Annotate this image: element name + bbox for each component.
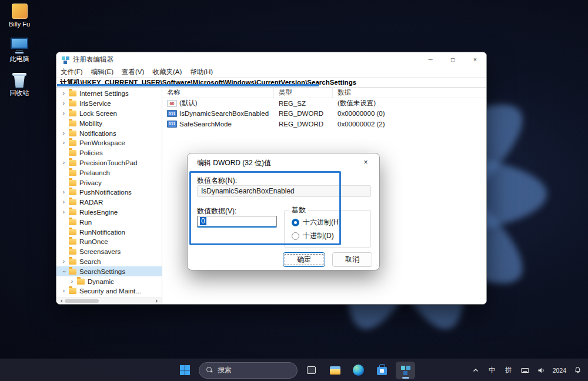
tree-item-rulesengine[interactable]: ›RulesEngine bbox=[56, 208, 162, 218]
dword-value-icon bbox=[167, 121, 177, 128]
chevron-right-icon[interactable]: › bbox=[60, 140, 68, 146]
tree-item-label: SearchSettings bbox=[79, 268, 125, 275]
address-path[interactable]: 计算机\HKEY_CURRENT_USER\Software\Microsoft… bbox=[56, 78, 356, 87]
menu-item-a[interactable]: 收藏夹(A) bbox=[148, 66, 186, 77]
tree-item-irisservice[interactable]: ›IrisService bbox=[56, 99, 162, 109]
desktop-icon-[interactable]: 回收站 bbox=[2, 72, 36, 97]
window-controls: ─ □ × bbox=[419, 52, 486, 66]
tree-item-label: Prelaunch bbox=[79, 169, 110, 176]
hex-radio-button[interactable] bbox=[292, 219, 299, 226]
tree-item-label: PushNotifications bbox=[79, 189, 132, 196]
tray-chevron-up-icon[interactable] bbox=[469, 362, 483, 379]
folder-icon bbox=[69, 249, 76, 255]
cancel-button[interactable]: 取消 bbox=[332, 252, 372, 267]
tree-item-internet-settings[interactable]: ›Internet Settings bbox=[56, 89, 162, 99]
menu-item-f[interactable]: 文件(F) bbox=[56, 66, 87, 77]
tree-item-notifications[interactable]: ›Notifications bbox=[56, 128, 162, 138]
menu-item-h[interactable]: 帮助(H) bbox=[186, 66, 217, 77]
start-button[interactable] bbox=[175, 362, 195, 379]
registry-value-row-isdynamicsearchboxenabled[interactable]: IsDynamicSearchBoxEnabledREG_DWORD0x0000… bbox=[162, 109, 486, 119]
scroll-right-arrow-icon[interactable] bbox=[156, 299, 159, 303]
folder-icon bbox=[69, 189, 76, 195]
address-bar[interactable]: 计算机\HKEY_CURRENT_USER\Software\Microsoft… bbox=[56, 77, 486, 88]
dialog-close-icon[interactable]: × bbox=[356, 156, 376, 169]
tree-item-runonce[interactable]: RunOnce bbox=[56, 237, 162, 247]
tree-item-screensavers[interactable]: Screensavers bbox=[56, 247, 162, 257]
chevron-down-icon[interactable]: › bbox=[61, 268, 67, 275]
chevron-right-icon[interactable]: › bbox=[60, 209, 68, 215]
folder-icon bbox=[69, 239, 76, 245]
tree-item-radar[interactable]: ›RADAR bbox=[56, 198, 162, 208]
tree-item-search[interactable]: ›Search bbox=[56, 257, 162, 267]
hex-radio-row[interactable]: 十六进制(H) bbox=[292, 218, 341, 228]
ime-language-button[interactable]: 中 bbox=[485, 362, 499, 379]
chevron-right-icon[interactable]: › bbox=[60, 259, 68, 265]
chevron-right-icon[interactable]: › bbox=[60, 101, 68, 106]
chevron-right-icon[interactable]: › bbox=[60, 199, 68, 205]
taskbar-search[interactable]: 搜索 bbox=[199, 362, 298, 379]
dec-radio-button[interactable] bbox=[292, 232, 299, 240]
value-data-label: 数值数据(V): bbox=[197, 206, 236, 216]
tree-item-lock-screen[interactable]: ›Lock Screen bbox=[56, 109, 162, 119]
taskbar-app-regedit-taskbar-icon[interactable] bbox=[396, 362, 415, 379]
registry-value-row-[interactable]: (默认)REG_SZ(数值未设置) bbox=[162, 98, 486, 109]
taskbar-app-store-icon[interactable] bbox=[372, 362, 392, 379]
column-header-[interactable]: 名称 bbox=[162, 88, 274, 98]
notification-bell-icon[interactable] bbox=[570, 362, 584, 379]
tree-item-dynamic[interactable]: ›Dynamic bbox=[56, 276, 162, 286]
chevron-right-icon[interactable]: › bbox=[60, 91, 68, 96]
chevron-right-icon[interactable]: › bbox=[60, 160, 68, 166]
title-bar[interactable]: 注册表编辑器 ─ □ × bbox=[56, 52, 486, 66]
chevron-right-icon[interactable]: › bbox=[60, 288, 68, 294]
taskbar-app-task-view-icon[interactable] bbox=[302, 362, 321, 379]
scroll-left-arrow-icon[interactable] bbox=[59, 299, 62, 303]
column-header-[interactable]: 类型 bbox=[274, 88, 333, 98]
folder-icon bbox=[69, 131, 76, 136]
value-data-input[interactable]: 0 bbox=[197, 216, 277, 228]
taskbar-app-edge-icon[interactable] bbox=[349, 362, 368, 379]
minimize-button[interactable]: ─ bbox=[419, 52, 442, 66]
dec-radio-row[interactable]: 十进制(D) bbox=[292, 231, 334, 241]
value-name: SafeSearchMode bbox=[179, 121, 232, 128]
column-header-[interactable]: 数据 bbox=[333, 88, 486, 98]
tree-item-privacy[interactable]: Privacy bbox=[56, 178, 162, 188]
speaker-icon[interactable] bbox=[534, 362, 549, 379]
folder-icon bbox=[69, 121, 76, 126]
value-type: REG_DWORD bbox=[274, 121, 333, 128]
chevron-right-icon[interactable]: › bbox=[60, 111, 68, 116]
desktop-icon-[interactable]: 此电脑 bbox=[2, 38, 36, 63]
tree-item-pushnotifications[interactable]: ›PushNotifications bbox=[56, 188, 162, 198]
close-button[interactable]: × bbox=[464, 52, 486, 66]
tree-item-policies[interactable]: Policies bbox=[56, 148, 162, 158]
dec-radio-label: 十进制(D) bbox=[303, 231, 334, 241]
chevron-right-icon[interactable]: › bbox=[60, 131, 68, 136]
tree-horizontal-scrollbar[interactable] bbox=[56, 298, 162, 304]
chevron-right-icon[interactable]: › bbox=[68, 279, 76, 285]
tree-item-security-and-maint[interactable]: ›Security and Maint... bbox=[56, 286, 162, 296]
desktop-icon-billy-fu[interactable]: Billy Fu bbox=[2, 4, 36, 28]
ime-mode-button[interactable]: 拼 bbox=[502, 362, 516, 379]
registry-value-row-safesearchmode[interactable]: SafeSearchModeREG_DWORD0x00000002 (2) bbox=[162, 119, 486, 129]
tree-item-label: Search bbox=[79, 258, 101, 265]
taskbar-app-file-explorer-icon[interactable] bbox=[325, 362, 345, 379]
folder-icon bbox=[77, 279, 85, 285]
selected-text: 0 bbox=[200, 217, 206, 225]
ok-button[interactable]: 确定 bbox=[283, 252, 325, 267]
menu-item-e[interactable]: 编辑(E) bbox=[87, 66, 118, 77]
tree-item-run[interactable]: Run bbox=[56, 217, 162, 227]
tree-item-runnotification[interactable]: RunNotification bbox=[56, 227, 162, 237]
touch-keyboard-icon[interactable] bbox=[518, 362, 532, 379]
clock-date[interactable]: 2024 bbox=[551, 362, 568, 379]
menu-item-v[interactable]: 查看(V) bbox=[118, 66, 148, 77]
folder-icon bbox=[69, 160, 76, 166]
tree-item-prelaunch[interactable]: Prelaunch bbox=[56, 168, 162, 178]
chevron-right-icon[interactable]: › bbox=[60, 189, 68, 195]
tree-item-precisiontouchpad[interactable]: ›PrecisionTouchPad bbox=[56, 158, 162, 168]
value-name-field[interactable]: IsDynamicSearchBoxEnabled bbox=[197, 185, 371, 197]
maximize-button[interactable]: □ bbox=[442, 52, 464, 66]
scrollbar-thumb[interactable] bbox=[65, 299, 99, 303]
tree-item-mobility[interactable]: Mobility bbox=[56, 118, 162, 128]
tree-item-penworkspace[interactable]: ›PenWorkspace bbox=[56, 138, 162, 148]
folder-icon bbox=[69, 170, 76, 176]
tree-item-searchsettings[interactable]: ›SearchSettings bbox=[56, 266, 162, 276]
